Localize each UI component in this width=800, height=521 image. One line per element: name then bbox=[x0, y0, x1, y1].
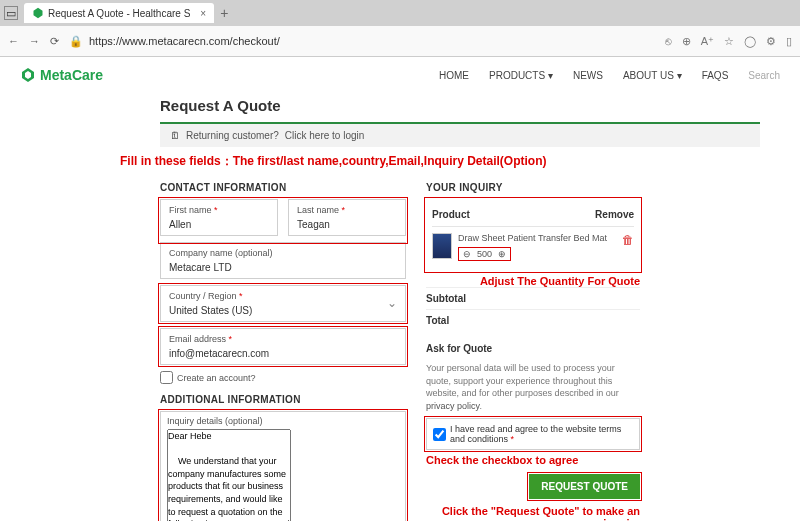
read-icon[interactable]: A⁺ bbox=[701, 35, 714, 48]
tabs-overview-icon[interactable]: ▭ bbox=[4, 6, 18, 20]
inquiry-heading: YOUR INQUIRY bbox=[426, 182, 640, 193]
lock-icon: 🔒 bbox=[69, 35, 83, 48]
annotation-click-request: Click the "Request Quote" to make an inq… bbox=[426, 505, 640, 521]
country-label: Country / Region * bbox=[169, 291, 397, 301]
agree-box: I have read and agree to the website ter… bbox=[426, 418, 640, 450]
menu-products[interactable]: PRODUCTS ▾ bbox=[489, 70, 553, 81]
col-remove: Remove bbox=[595, 209, 634, 220]
tab-bar: ▭ Request A Quote - Healthcare S × + bbox=[0, 0, 800, 26]
quantity-stepper[interactable]: ⊖ 500 ⊕ bbox=[458, 247, 511, 261]
qty-plus-icon[interactable]: ⊕ bbox=[498, 249, 506, 259]
additional-heading: ADDITIONAL INFORMATION bbox=[160, 394, 406, 405]
contact-heading: CONTACT INFORMATION bbox=[160, 182, 406, 193]
login-link[interactable]: Click here to login bbox=[285, 130, 364, 141]
top-nav: MetaCare HOME PRODUCTS ▾ NEWS ABOUT US ▾… bbox=[20, 57, 780, 93]
email-input[interactable] bbox=[169, 348, 397, 359]
logo-icon bbox=[20, 67, 36, 83]
subtotal-label: Subtotal bbox=[426, 293, 466, 304]
country-select[interactable] bbox=[169, 305, 397, 316]
menu-news[interactable]: NEWS bbox=[573, 70, 603, 81]
qty-minus-icon[interactable]: ⊖ bbox=[463, 249, 471, 259]
page-title: Request A Quote bbox=[160, 97, 780, 114]
col-product: Product bbox=[432, 209, 470, 220]
privacy-link[interactable]: privacy policy bbox=[426, 401, 479, 411]
product-thumbnail bbox=[432, 233, 452, 259]
company-input[interactable] bbox=[169, 262, 397, 273]
translate-icon[interactable]: ⎋ bbox=[665, 35, 672, 48]
agree-checkbox[interactable] bbox=[433, 428, 446, 441]
privacy-text: Your personal data will be used to proce… bbox=[426, 362, 640, 412]
calendar-icon: 🗓 bbox=[170, 130, 180, 141]
split-icon[interactable]: ▯ bbox=[786, 35, 792, 48]
returning-text: Returning customer? bbox=[186, 130, 279, 141]
zoom-icon[interactable]: ⊕ bbox=[682, 35, 691, 48]
inquiry-details-textarea[interactable] bbox=[167, 429, 291, 521]
reload-icon[interactable]: ⟳ bbox=[50, 35, 59, 48]
forward-icon[interactable]: → bbox=[29, 35, 40, 47]
favicon-icon bbox=[32, 7, 44, 19]
first-name-input[interactable] bbox=[169, 219, 269, 230]
main-menu: HOME PRODUCTS ▾ NEWS ABOUT US ▾ FAQS Sea… bbox=[439, 70, 780, 81]
close-tab-icon[interactable]: × bbox=[200, 8, 206, 19]
agree-text: I have read and agree to the website ter… bbox=[450, 424, 633, 444]
product-name: Draw Sheet Patient Transfer Bed Mat bbox=[458, 233, 616, 243]
last-name-input[interactable] bbox=[297, 219, 397, 230]
product-row: Draw Sheet Patient Transfer Bed Mat ⊖ 50… bbox=[432, 227, 634, 267]
annotation-fill-fields: Fill in these fields：The first/last name… bbox=[120, 153, 780, 170]
logo[interactable]: MetaCare bbox=[20, 67, 103, 83]
back-icon[interactable]: ← bbox=[8, 35, 19, 47]
url-text: https://www.metacarecn.com/checkout/ bbox=[89, 35, 280, 47]
extension2-icon[interactable]: ⚙ bbox=[766, 35, 776, 48]
logo-text: MetaCare bbox=[40, 67, 103, 83]
last-name-label: Last name * bbox=[297, 205, 397, 215]
create-account-label: Create an account? bbox=[177, 373, 256, 383]
email-label: Email address * bbox=[169, 334, 397, 344]
url-field[interactable]: 🔒 https://www.metacarecn.com/checkout/ bbox=[69, 35, 655, 48]
new-tab-icon[interactable]: + bbox=[220, 5, 228, 21]
favorite-icon[interactable]: ☆ bbox=[724, 35, 734, 48]
menu-search[interactable]: Search bbox=[748, 70, 780, 81]
inquiry-details-label: Inquiry details (optional) bbox=[167, 416, 399, 426]
annotation-adjust-qty: Adjust The Quantity For Quote bbox=[426, 275, 640, 287]
menu-about[interactable]: ABOUT US ▾ bbox=[623, 70, 682, 81]
company-label: Company name (optional) bbox=[169, 248, 397, 258]
annotation-check-agree: Check the checkbox to agree bbox=[426, 454, 640, 466]
menu-home[interactable]: HOME bbox=[439, 70, 469, 81]
ask-quote-heading: Ask for Quote bbox=[426, 343, 640, 354]
qty-value: 500 bbox=[477, 249, 492, 259]
menu-faqs[interactable]: FAQS bbox=[702, 70, 729, 81]
address-bar: ← → ⟳ 🔒 https://www.metacarecn.com/check… bbox=[0, 26, 800, 56]
remove-item-icon[interactable]: 🗑 bbox=[622, 233, 634, 247]
browser-tab[interactable]: Request A Quote - Healthcare S × bbox=[24, 3, 214, 23]
total-label: Total bbox=[426, 315, 449, 326]
first-name-label: First name * bbox=[169, 205, 269, 215]
request-quote-button[interactable]: REQUEST QUOTE bbox=[529, 474, 640, 499]
create-account-checkbox[interactable] bbox=[160, 371, 173, 384]
returning-customer-notice: 🗓 Returning customer? Click here to logi… bbox=[160, 122, 760, 147]
tab-title: Request A Quote - Healthcare S bbox=[48, 8, 190, 19]
extension1-icon[interactable]: ◯ bbox=[744, 35, 756, 48]
